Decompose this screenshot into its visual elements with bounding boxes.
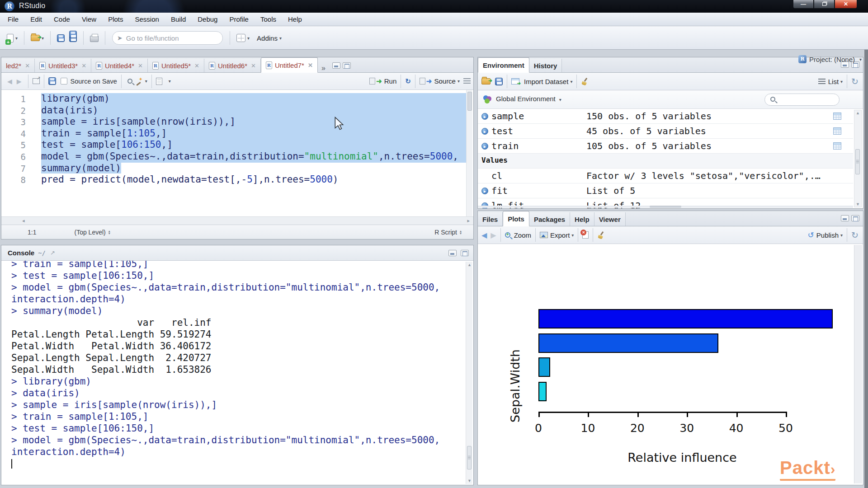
menu-plots[interactable]: Plots [102,13,129,26]
file-type-selector[interactable]: R Script [434,229,457,236]
source-on-save-checkbox[interactable] [61,78,67,84]
console-output[interactable]: > train = sample[1:105,]> test = sample[… [1,261,473,485]
code-tools-icon[interactable] [135,78,142,85]
save-all-button[interactable] [67,33,79,44]
remove-plot-icon[interactable] [582,231,589,239]
view-data-grid-icon[interactable] [833,127,841,135]
tab-close-icon[interactable]: ✕ [308,62,313,69]
plots-scroll-strip[interactable] [854,245,862,483]
plots-minimize-button[interactable] [841,215,849,221]
goto-file-search[interactable]: ➤ [112,31,223,45]
menu-code[interactable]: Code [48,13,76,26]
clear-environment-icon[interactable] [581,78,588,85]
import-dataset-button[interactable]: Import Dataset [524,78,568,85]
code-editor[interactable]: 12345678 library(gbm)data(iris)sample = … [1,90,473,216]
tab-close-icon[interactable]: ✕ [81,62,86,69]
run-button[interactable]: Run [384,77,397,85]
env-object-row[interactable]: ▶train105 obs. of 5 variables [478,139,853,154]
open-file-button[interactable]: ▾ [28,33,46,43]
refresh-plot-icon[interactable]: ↻ [851,230,859,240]
tab-Untitled3[interactable]: RUntitled3*✕ [35,59,91,72]
publish-button[interactable]: Publish [816,231,839,239]
tab-close-icon[interactable]: ✕ [25,62,30,69]
nav-back-icon[interactable]: ◀ [5,78,14,85]
save-workspace-icon[interactable] [495,78,503,85]
tab-close-icon[interactable]: ✕ [194,62,199,69]
environment-vscrollbar[interactable]: ▲ ▼ [854,110,862,207]
tab-help[interactable]: Help [570,212,594,226]
menu-view[interactable]: View [76,13,102,26]
menu-debug[interactable]: Debug [192,13,223,26]
nav-forward-icon[interactable]: ▶ [14,78,24,85]
console-maximize-button[interactable] [461,250,469,256]
view-data-grid-icon[interactable] [833,113,841,120]
expand-icon[interactable]: ▶ [481,128,488,135]
refresh-environment-icon[interactable]: ↻ [851,76,859,87]
list-view-button[interactable]: List [828,78,839,85]
print-button[interactable] [88,32,101,44]
source-maximize-button[interactable] [343,62,351,69]
tab-close-icon[interactable]: ✕ [138,62,143,69]
zoom-button[interactable]: Zoom [514,231,531,239]
tab-history[interactable]: History [529,59,562,72]
tab-Untitled6[interactable]: RUntitled6*✕ [204,59,261,72]
environment-search-input[interactable] [778,95,836,102]
tab-close-icon[interactable]: ✕ [251,62,256,69]
tab-viewer[interactable]: Viewer [594,212,626,226]
env-section-row[interactable]: Values [478,154,853,169]
source-button[interactable]: Source [434,77,456,85]
menu-session[interactable]: Session [129,13,165,26]
env-object-row[interactable]: ▶test45 obs. of 5 variables [478,124,853,139]
environment-search-box[interactable] [764,94,840,106]
close-button[interactable]: ✕ [835,0,857,9]
minimize-button[interactable]: — [793,0,814,9]
new-file-button[interactable]: ▾ [5,32,20,44]
load-workspace-icon[interactable] [481,78,491,84]
find-replace-icon[interactable] [127,79,132,84]
menu-build[interactable]: Build [165,13,192,26]
menu-help[interactable]: Help [282,13,308,26]
source-minimize-button[interactable] [332,62,340,69]
rerun-icon[interactable]: ↻ [405,77,411,85]
menu-profile[interactable]: Profile [223,13,255,26]
previous-plot-icon[interactable]: ◀ [481,231,487,239]
hscroll-right-icon[interactable]: ▸ [467,218,470,224]
workspace-panes-button[interactable]: ▾ [234,32,252,44]
menu-edit[interactable]: Edit [24,13,48,26]
view-data-grid-icon[interactable] [833,142,841,150]
goto-file-input[interactable] [126,34,212,42]
tab-packages[interactable]: Packages [529,212,570,226]
expand-icon[interactable]: ▶ [481,113,488,120]
tab-Untitled5[interactable]: RUntitled5*✕ [148,59,204,72]
console-popout-icon[interactable]: ↗ [50,249,55,256]
tab-plots[interactable]: Plots [503,211,529,226]
compile-notebook-icon[interactable] [156,78,162,85]
env-object-row[interactable]: ▶sample150 obs. of 5 variables [478,109,853,124]
next-plot-icon[interactable]: ▶ [491,231,496,239]
tab-Untitled4[interactable]: RUntitled4*✕ [91,59,148,72]
scope-selector[interactable]: (Top Level) [74,229,105,236]
tab-environment[interactable]: Environment [478,57,529,73]
env-object-row[interactable]: clFactor w/ 3 levels "setosa","versicolo… [478,169,853,183]
popout-editor-icon[interactable] [33,78,40,84]
environment-hscrollbar[interactable] [478,206,853,208]
expand-icon[interactable]: ▶ [481,143,488,150]
env-object-row[interactable]: ▶fitList of 5 [478,183,853,198]
plots-maximize-button[interactable] [851,215,859,221]
editor-hscrollbar[interactable]: ◂ ▸ [1,216,473,225]
tab-led2[interactable]: led2*✕ [1,59,35,72]
project-chooser[interactable]: R Project: (None) ▾ [798,55,862,63]
menu-file[interactable]: File [2,13,24,26]
addins-button[interactable]: Addins▾ [252,33,284,44]
editor-vscrollbar[interactable] [466,90,472,216]
save-button[interactable] [55,33,67,44]
tab-overflow-icon[interactable]: » [318,64,329,72]
console-minimize-button[interactable] [448,250,457,256]
clear-plots-icon[interactable] [597,231,604,239]
hscroll-left-icon[interactable]: ◂ [22,218,25,224]
export-button[interactable]: Export [550,231,570,239]
menu-tools[interactable]: Tools [255,13,282,26]
tab-files[interactable]: Files [478,212,503,226]
maximize-button[interactable] [814,0,835,9]
expand-icon[interactable]: ▶ [481,188,488,194]
